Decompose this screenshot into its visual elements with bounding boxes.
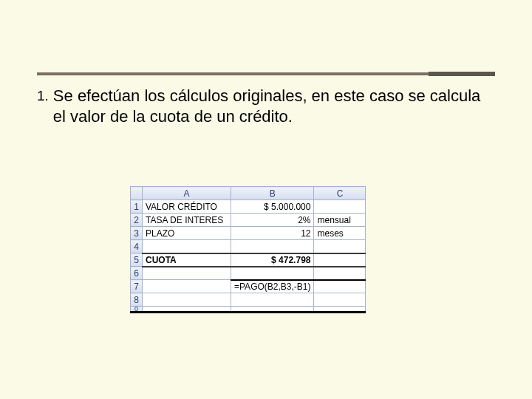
bullet-number: 1. xyxy=(37,86,53,126)
cell-b8 xyxy=(231,293,314,307)
cell-b6 xyxy=(231,267,314,280)
cell-a5: CUOTA xyxy=(143,253,231,267)
row-header: 2 xyxy=(131,214,143,227)
row-header: 3 xyxy=(131,227,143,240)
cell-a7 xyxy=(143,280,231,293)
table-row: 0 xyxy=(131,307,366,313)
cell-c8 xyxy=(314,293,366,307)
cell-b5: $ 472.798 xyxy=(231,253,314,267)
table-row-highlight: 5 CUOTA $ 472.798 xyxy=(131,253,366,267)
table-row: 1 VALOR CRÉDITO $ 5.000.000 xyxy=(131,200,366,214)
col-header-c: C xyxy=(314,187,366,200)
cell-a2: TASA DE INTERES xyxy=(143,214,231,227)
table-row: 3 PLAZO 12 meses xyxy=(131,227,366,240)
cell-b3: 12 xyxy=(231,227,314,240)
row-header: 4 xyxy=(131,240,143,253)
cell-c6 xyxy=(314,267,366,280)
cell-c3: meses xyxy=(314,227,366,240)
cell-b2: 2% xyxy=(231,214,314,227)
table-row: 8 xyxy=(131,293,366,307)
col-header-a: A xyxy=(143,187,231,200)
row-header: 0 xyxy=(131,307,143,313)
cell-a3: PLAZO xyxy=(143,227,231,240)
spreadsheet: A B C 1 VALOR CRÉDITO $ 5.000.000 2 TASA… xyxy=(130,186,366,313)
cell-b7-formula: =PAGO(B2,B3,-B1) xyxy=(231,280,314,293)
sheet-corner xyxy=(131,187,143,200)
cell-a8 xyxy=(143,293,231,307)
cell-c9 xyxy=(314,307,366,313)
table-row-formula: 7 =PAGO(B2,B3,-B1) xyxy=(131,280,366,293)
table-row: 4 xyxy=(131,240,366,253)
bullet-item-1: 1. Se efectúan los cálculos originales, … xyxy=(37,86,495,126)
row-header: 8 xyxy=(131,293,143,307)
cell-a9 xyxy=(143,307,231,313)
cell-a1: VALOR CRÉDITO xyxy=(143,200,231,214)
table-row: 2 TASA DE INTERES 2% mensual xyxy=(131,214,366,227)
row-header: 7 xyxy=(131,280,143,293)
cell-a6 xyxy=(143,267,231,280)
row-header: 1 xyxy=(131,200,143,214)
bullet-text: Se efectúan los cálculos originales, en … xyxy=(53,86,495,126)
divider-top xyxy=(37,72,495,75)
table-row: 6 xyxy=(131,267,366,280)
col-header-b: B xyxy=(231,187,314,200)
cell-b4 xyxy=(231,240,314,253)
row-header: 6 xyxy=(131,267,143,280)
cell-b1: $ 5.000.000 xyxy=(231,200,314,214)
row-header: 5 xyxy=(131,253,143,267)
cell-c5 xyxy=(314,253,366,267)
cell-c2: mensual xyxy=(314,214,366,227)
cell-c7 xyxy=(314,280,366,293)
cell-b9 xyxy=(231,307,314,313)
cell-c1 xyxy=(314,200,366,214)
cell-c4 xyxy=(314,240,366,253)
cell-a4 xyxy=(143,240,231,253)
